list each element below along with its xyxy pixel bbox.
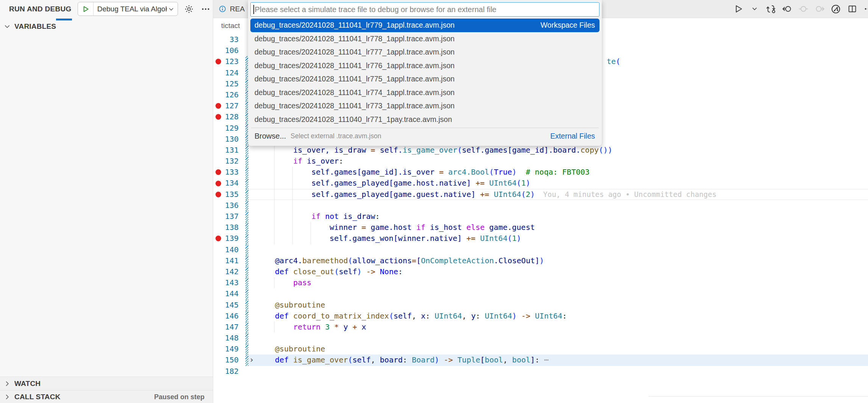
line-number[interactable]: 142 (223, 266, 239, 277)
line-number[interactable]: 136 (223, 200, 239, 211)
step-back-icon[interactable] (782, 4, 792, 14)
line-number[interactable]: 182 (223, 366, 239, 377)
line-number[interactable]: 123 (223, 56, 239, 67)
line-number[interactable]: 126 (223, 89, 239, 100)
code-line[interactable]: 139self.games_won[winner.native] += UInt… (213, 233, 868, 244)
breakpoint-gutter[interactable] (213, 100, 223, 111)
quick-pick-item[interactable]: debug_traces/20241028_111041_lr773_1appl… (250, 99, 599, 113)
code-line[interactable]: 145@subroutine (213, 300, 868, 311)
breakpoint-gutter[interactable] (213, 200, 223, 211)
breakpoint-gutter[interactable] (213, 333, 223, 344)
code-line[interactable]: 148 (213, 333, 868, 344)
line-number[interactable]: 143 (223, 277, 239, 288)
breakpoint-gutter[interactable] (213, 123, 223, 134)
fold-chevron-icon[interactable]: › (248, 355, 257, 366)
browse-item[interactable]: Browse... Select external .trace.avm.jso… (250, 129, 599, 143)
line-number[interactable]: 127 (223, 100, 239, 111)
line-number[interactable]: 133 (223, 167, 239, 178)
code-line-content[interactable]: self.games_won[winner.native] += UInt64(… (248, 233, 868, 244)
code-line-content[interactable] (248, 200, 868, 211)
breakpoint-icon[interactable] (215, 192, 221, 197)
code-line-content[interactable]: def close_out(self) -> None: (248, 266, 868, 277)
debug-config-label[interactable]: Debug TEAL via AlgoKi (94, 5, 167, 13)
tab-readme[interactable]: REA (213, 0, 251, 18)
code-line[interactable]: 141@arc4.baremethod(allow_actions=[OnCom… (213, 255, 868, 266)
breakpoint-gutter[interactable] (213, 167, 223, 178)
code-line[interactable]: 150›def is_game_over(self, board: Board)… (213, 355, 868, 366)
breakpoint-gutter[interactable] (213, 244, 223, 255)
code-line-content[interactable]: def coord_to_matrix_index(self, x: UInt6… (248, 311, 868, 322)
code-line-content[interactable]: @arc4.baremethod(allow_actions=[OnComple… (248, 255, 868, 266)
breakpoint-gutter[interactable] (213, 67, 223, 78)
breakpoint-gutter[interactable] (213, 288, 223, 299)
breakpoint-icon[interactable] (215, 103, 221, 109)
quick-pick-item[interactable]: debug_traces/20241028_111041_lr777_1appl… (250, 45, 599, 59)
breakpoint-gutter[interactable] (213, 233, 223, 244)
line-number[interactable]: 130 (223, 134, 239, 145)
line-number[interactable]: 145 (223, 300, 239, 311)
line-number[interactable]: 137 (223, 211, 239, 222)
breakpoint-gutter[interactable] (213, 355, 223, 366)
quick-pick-input[interactable]: Please select a simulate trace file to d… (250, 2, 599, 17)
breakpoint-icon[interactable] (215, 181, 221, 186)
breakpoint-gutter[interactable] (213, 134, 223, 145)
trace-graph-icon[interactable] (831, 4, 841, 14)
code-line[interactable]: 134self.games_played[game.host.native] +… (213, 178, 868, 189)
line-number[interactable]: 138 (223, 222, 239, 233)
more-actions-icon[interactable] (200, 3, 211, 15)
line-number[interactable]: 140 (223, 244, 239, 255)
breakpoint-gutter[interactable] (213, 255, 223, 266)
line-number[interactable]: 129 (223, 123, 239, 134)
code-line-content[interactable]: pass (248, 277, 868, 288)
quick-pick-item[interactable]: debug_traces/20241028_111041_lr776_1appl… (250, 59, 599, 73)
code-line[interactable]: 140 (213, 244, 868, 255)
breakpoint-gutter[interactable] (213, 34, 223, 45)
code-line-content[interactable]: @subroutine (248, 300, 868, 311)
code-line[interactable]: 131is_over, is_draw = self.is_game_over(… (213, 145, 868, 156)
debug-config-dropdown[interactable]: Debug TEAL via AlgoKi (78, 2, 178, 16)
line-number[interactable]: 125 (223, 78, 239, 89)
breakpoint-gutter[interactable] (213, 45, 223, 56)
split-editor-icon[interactable] (847, 4, 857, 14)
breakpoint-gutter[interactable] (213, 222, 223, 233)
line-number[interactable]: 128 (223, 111, 239, 122)
line-number[interactable]: 135 (223, 189, 239, 200)
quick-pick-item[interactable]: debug_traces/20241028_111041_lr775_1appl… (250, 72, 599, 86)
line-number[interactable]: 132 (223, 156, 239, 167)
line-number[interactable]: 124 (223, 67, 239, 78)
breakpoint-gutter[interactable] (213, 145, 223, 156)
code-line-content[interactable]: return 3 * y + x (248, 322, 868, 333)
more-actions-icon[interactable] (863, 4, 868, 14)
breakpoint-gutter[interactable] (213, 344, 223, 355)
code-line-content[interactable] (248, 366, 868, 377)
line-number[interactable]: 141 (223, 255, 239, 266)
breakpoint-icon[interactable] (215, 236, 221, 241)
run-dropdown-icon[interactable] (749, 4, 759, 14)
breakpoint-gutter[interactable] (213, 178, 223, 189)
code-line[interactable]: 138winner = game.host if is_host else ga… (213, 222, 868, 233)
breakpoint-gutter[interactable] (213, 277, 223, 288)
code-line-content[interactable]: winner = game.host if is_host else game.… (248, 222, 868, 233)
quick-pick-item[interactable]: debug_traces/20241028_111041_lr779_1appl… (250, 19, 599, 32)
line-number[interactable]: 144 (223, 288, 239, 299)
code-line-content[interactable]: ›def is_game_over(self, board: Board) ->… (248, 355, 868, 366)
code-line[interactable]: 132if is_over: (213, 156, 868, 167)
line-number[interactable]: 139 (223, 233, 239, 244)
breakpoint-gutter[interactable] (213, 300, 223, 311)
code-line[interactable]: 142def close_out(self) -> None: (213, 266, 868, 277)
code-line[interactable]: 149@subroutine (213, 344, 868, 355)
watch-section-header[interactable]: WATCH (0, 376, 213, 391)
quick-pick-item[interactable]: debug_traces/20241028_111041_lr774_1appl… (250, 86, 599, 100)
line-number[interactable]: 131 (223, 145, 239, 156)
code-line-content[interactable]: self.games_played[game.guest.native] += … (248, 189, 868, 200)
line-number[interactable]: 150 (223, 355, 239, 366)
code-line-content[interactable] (248, 333, 868, 344)
breakpoint-gutter[interactable] (213, 311, 223, 322)
breakpoint-icon[interactable] (215, 114, 221, 120)
call-stack-section-header[interactable]: CALL STACK Paused on step (0, 390, 213, 403)
breakpoint-gutter[interactable] (213, 266, 223, 277)
run-icon[interactable] (733, 4, 743, 14)
line-number[interactable]: 134 (223, 178, 239, 189)
breadcrumb[interactable]: tictact (221, 22, 240, 30)
line-number[interactable]: 148 (223, 333, 239, 344)
